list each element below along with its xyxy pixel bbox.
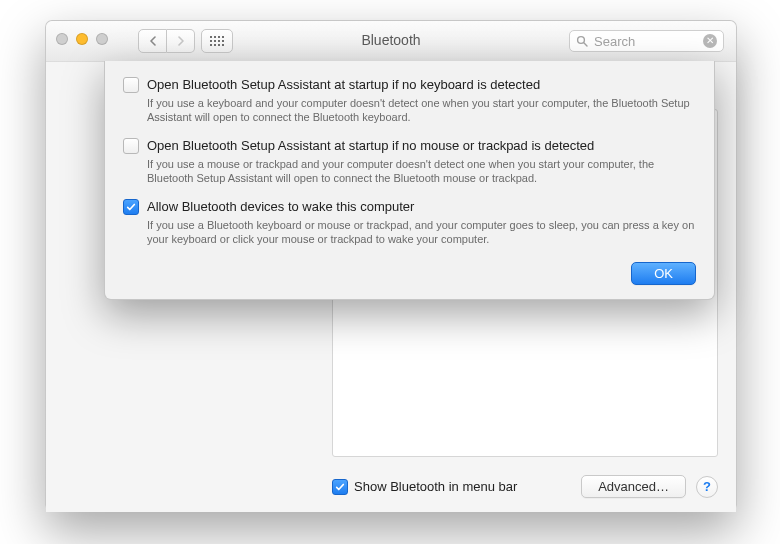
sheet-option-label: Open Bluetooth Setup Assistant at startu… bbox=[147, 138, 696, 154]
help-button[interactable]: ? bbox=[696, 476, 718, 498]
sheet-checkbox-1[interactable] bbox=[123, 138, 139, 154]
sheet-option-label: Allow Bluetooth devices to wake this com… bbox=[147, 199, 696, 215]
sheet-option-label: Open Bluetooth Setup Assistant at startu… bbox=[147, 77, 696, 93]
sheet-option-0: Open Bluetooth Setup Assistant at startu… bbox=[123, 77, 696, 134]
svg-line-1 bbox=[584, 43, 587, 46]
menubar-checkbox-row[interactable]: Show Bluetooth in menu bar bbox=[332, 479, 517, 495]
sheet-option-description: If you use a mouse or trackpad and your … bbox=[147, 157, 696, 185]
sheet-footer: OK bbox=[123, 262, 696, 285]
bottom-bar: Show Bluetooth in menu bar Advanced… ? bbox=[46, 475, 736, 498]
sheet-checkbox-0[interactable] bbox=[123, 77, 139, 93]
titlebar: Bluetooth Search ✕ bbox=[46, 21, 736, 62]
menubar-checkbox-label: Show Bluetooth in menu bar bbox=[354, 479, 517, 494]
advanced-sheet: Open Bluetooth Setup Assistant at startu… bbox=[104, 61, 715, 300]
search-field[interactable]: Search ✕ bbox=[569, 30, 724, 52]
clear-search-icon[interactable]: ✕ bbox=[703, 34, 717, 48]
sheet-option-1: Open Bluetooth Setup Assistant at startu… bbox=[123, 138, 696, 195]
sheet-option-description: If you use a keyboard and your computer … bbox=[147, 96, 696, 124]
check-icon bbox=[335, 482, 345, 492]
menubar-checkbox[interactable] bbox=[332, 479, 348, 495]
sheet-option-2: Allow Bluetooth devices to wake this com… bbox=[123, 199, 696, 256]
sheet-option-description: If you use a Bluetooth keyboard or mouse… bbox=[147, 218, 696, 246]
ok-button[interactable]: OK bbox=[631, 262, 696, 285]
advanced-button[interactable]: Advanced… bbox=[581, 475, 686, 498]
search-placeholder: Search bbox=[594, 34, 703, 49]
search-icon bbox=[576, 35, 588, 47]
sheet-checkbox-2[interactable] bbox=[123, 199, 139, 215]
check-icon bbox=[126, 202, 136, 212]
